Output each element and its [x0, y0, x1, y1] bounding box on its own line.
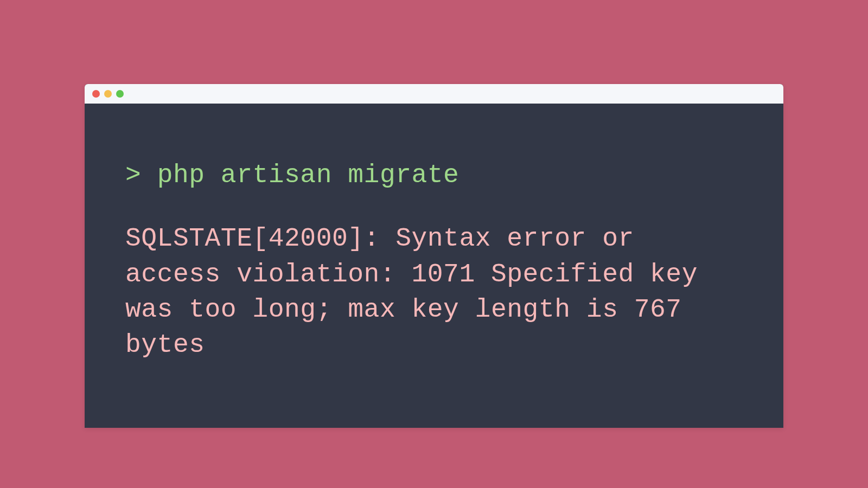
- prompt-symbol: >: [125, 160, 141, 190]
- command-text: php artisan migrate: [157, 160, 459, 190]
- terminal-window: > php artisan migrate SQLSTATE[42000]: S…: [85, 84, 783, 428]
- close-icon[interactable]: [92, 90, 100, 98]
- minimize-icon[interactable]: [104, 90, 112, 98]
- title-bar: [85, 84, 783, 104]
- error-output: SQLSTATE[42000]: Syntax error or access …: [125, 221, 743, 363]
- terminal-body[interactable]: > php artisan migrate SQLSTATE[42000]: S…: [85, 104, 783, 428]
- zoom-icon[interactable]: [116, 90, 124, 98]
- command-line: > php artisan migrate: [125, 158, 743, 193]
